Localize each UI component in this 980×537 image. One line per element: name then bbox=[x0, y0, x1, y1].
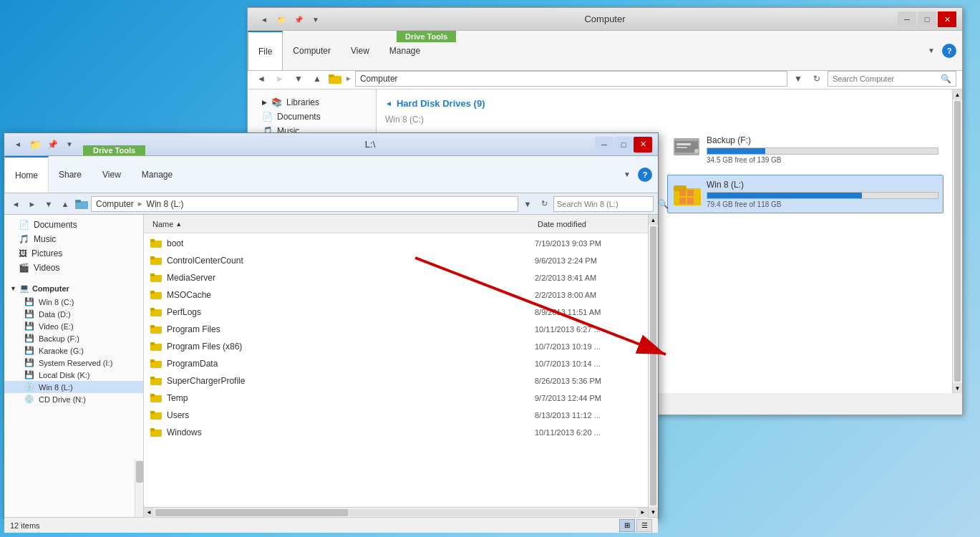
fg-ribbon-help-button[interactable]: ? bbox=[638, 168, 652, 182]
fg-search-input[interactable] bbox=[557, 200, 656, 208]
fg-file-row[interactable]: MSOCache 2/2/2013 8:00 AM bbox=[144, 286, 648, 304]
bg-drive-item-f[interactable]: Backup (F:) 34.5 GB free of 139 GB bbox=[667, 130, 943, 169]
fg-vscroll-down-button[interactable]: ▼ bbox=[649, 507, 658, 517]
fg-sidebar-scroll-thumb[interactable] bbox=[136, 461, 143, 483]
bg-libraries-icon: 📚 bbox=[271, 97, 282, 107]
fg-file-row[interactable]: boot 7/19/2013 9:03 PM bbox=[144, 235, 648, 252]
fg-maximize-button[interactable]: □ bbox=[614, 137, 633, 153]
bg-scroll-thumb[interactable] bbox=[954, 101, 961, 382]
bg-nav-back-button[interactable]: ◄ bbox=[253, 71, 269, 87]
bg-ribbon-help-icon[interactable]: ? bbox=[942, 44, 956, 58]
fg-hscroll-thumb[interactable] bbox=[155, 509, 348, 516]
fg-tab-view[interactable]: View bbox=[92, 156, 132, 193]
bg-tab-file[interactable]: File bbox=[248, 31, 283, 70]
bg-scrollbar[interactable]: ▲ ▼ bbox=[952, 90, 962, 393]
fg-hscroll-left-button[interactable]: ◄ bbox=[144, 508, 154, 518]
fg-sidebar-music[interactable]: 🎵 Music bbox=[4, 232, 143, 246]
fg-file-row[interactable]: MediaServer 2/2/2013 8:41 AM bbox=[144, 269, 648, 286]
fg-hscrollbar[interactable]: ◄ ► bbox=[144, 507, 648, 517]
fg-title-file-icon[interactable]: 📁 bbox=[27, 137, 43, 152]
bg-pin-icon[interactable]: 📌 bbox=[291, 12, 306, 26]
fg-vscrollbar[interactable]: ▲ ▼ bbox=[648, 215, 658, 517]
bg-file-icon[interactable]: 📁 bbox=[273, 12, 289, 26]
bg-nav-up-button[interactable]: ▲ bbox=[309, 71, 325, 87]
fg-title-back-icon[interactable]: ◄ bbox=[10, 137, 26, 152]
fg-file-row[interactable]: Users 8/13/2013 11:12 ... bbox=[144, 407, 648, 424]
fg-nav-up-button[interactable]: ▲ bbox=[58, 197, 72, 211]
fg-col-header-name[interactable]: Name ▲ bbox=[150, 218, 535, 230]
fg-minimize-button[interactable]: ─ bbox=[595, 137, 613, 153]
fg-title-dropdown-icon[interactable]: ▼ bbox=[62, 137, 77, 152]
bg-dropdown-icon[interactable]: ▼ bbox=[308, 12, 324, 26]
fg-col-header-date[interactable]: Date modified bbox=[535, 218, 642, 230]
bg-maximize-button[interactable]: □ bbox=[918, 11, 936, 27]
fg-sidebar-computer-header[interactable]: ▼ 💻 Computer bbox=[4, 281, 143, 296]
fg-sidebar-pictures[interactable]: 🖼 Pictures bbox=[4, 246, 143, 261]
fg-file-row[interactable]: SuperChargerProfile 8/26/2013 5:36 PM bbox=[144, 372, 648, 390]
bg-search-box[interactable]: 🔍 bbox=[828, 71, 956, 87]
fg-drive-datad[interactable]: 💾 Data (D:) bbox=[4, 308, 143, 320]
fg-sysi-icon: 💾 bbox=[24, 358, 34, 367]
bg-address-path[interactable]: Computer bbox=[355, 71, 787, 87]
fg-search-box[interactable]: 🔍 bbox=[553, 196, 654, 212]
fg-address-path[interactable]: Computer ► Win 8 (L:) bbox=[91, 196, 518, 212]
fg-drive-karaokeg[interactable]: 💾 Karaoke (G:) bbox=[4, 344, 143, 357]
fg-nav-forward-button[interactable]: ► bbox=[25, 197, 39, 211]
fg-file-row[interactable]: ControlCenterCount 9/6/2013 2:24 PM bbox=[144, 252, 648, 269]
bg-refresh-button[interactable]: ↻ bbox=[809, 71, 825, 87]
fg-drive-cdn[interactable]: 💿 CD Drive (N:) bbox=[4, 393, 143, 405]
bg-back-icon[interactable]: ◄ bbox=[256, 12, 272, 26]
bg-close-button[interactable]: ✕ bbox=[938, 11, 956, 27]
bg-search-input[interactable] bbox=[833, 74, 938, 83]
fg-sidebar-scrollbar[interactable] bbox=[135, 460, 143, 517]
fg-nav-dropdown-button[interactable]: ▼ bbox=[42, 197, 56, 211]
fg-file-row[interactable]: Program Files 10/11/2013 6:27 ... bbox=[144, 321, 648, 338]
bg-addr-dropdown-button[interactable]: ▼ bbox=[790, 71, 806, 87]
fg-hscroll-track[interactable] bbox=[155, 509, 636, 516]
bg-scroll-up-button[interactable]: ▲ bbox=[953, 90, 962, 100]
fg-music-icon: 🎵 bbox=[19, 234, 29, 244]
fg-vscroll-thumb[interactable] bbox=[650, 226, 656, 505]
fg-refresh-button[interactable]: ↻ bbox=[537, 197, 551, 211]
fg-drive-sysi[interactable]: 💾 System Reserved (I:) bbox=[4, 357, 143, 369]
fg-tab-manage[interactable]: Manage bbox=[132, 156, 183, 193]
fg-drive-winl[interactable]: 💿 Win 8 (L:) bbox=[4, 381, 143, 393]
fg-close-button[interactable]: ✕ bbox=[634, 137, 652, 153]
bg-sidebar-libraries-header[interactable]: ▶ 📚 Libraries bbox=[248, 95, 376, 110]
fg-file-row[interactable]: Temp 9/7/2013 12:44 PM bbox=[144, 390, 648, 407]
fg-sidebar-videos[interactable]: 🎬 Videos bbox=[4, 261, 143, 275]
bg-sidebar-documents[interactable]: 📄 Documents bbox=[248, 110, 376, 124]
fg-title-pin-icon[interactable]: 📌 bbox=[44, 137, 60, 152]
fg-file-row[interactable]: Windows 10/11/2013 6:20 ... bbox=[144, 424, 648, 441]
fg-vscroll-up-button[interactable]: ▲ bbox=[649, 215, 658, 225]
fg-drive-localk[interactable]: 💾 Local Disk (K:) bbox=[4, 369, 143, 381]
bg-scroll-down-button[interactable]: ▼ bbox=[953, 383, 962, 393]
bg-drive-tools-tab[interactable]: Drive Tools bbox=[397, 31, 456, 42]
bg-ribbon-chevron-icon[interactable]: ▼ bbox=[923, 44, 939, 58]
fg-tab-share[interactable]: Share bbox=[49, 156, 92, 193]
fg-file-folder-icon bbox=[150, 306, 162, 319]
fg-file-row[interactable]: PerfLogs 8/9/2013 11:51 AM bbox=[144, 304, 648, 321]
fg-view-details-button[interactable]: ⊞ bbox=[619, 519, 635, 532]
fg-winc-icon: 💾 bbox=[24, 297, 34, 306]
fg-drive-winc[interactable]: 💾 Win 8 (C:) bbox=[4, 296, 143, 308]
fg-drive-backupf[interactable]: 💾 Backup (F:) bbox=[4, 332, 143, 344]
bg-tab-computer[interactable]: Computer bbox=[283, 31, 341, 70]
fg-ribbon-chevron-button[interactable]: ▼ bbox=[619, 168, 635, 182]
fg-addr-dropdown-button[interactable]: ▼ bbox=[520, 197, 535, 211]
bg-quick-access-area: ◄ 📁 📌 ▼ bbox=[253, 12, 326, 26]
fg-sidebar-documents[interactable]: 📄 Documents bbox=[4, 218, 143, 232]
bg-tab-view[interactable]: View bbox=[341, 31, 379, 70]
bg-drive-item-l[interactable]: Win 8 (L:) 79.4 GB free of 118 GB bbox=[667, 175, 943, 213]
bg-minimize-button[interactable]: ─ bbox=[898, 11, 916, 27]
fg-file-row[interactable]: Program Files (x86) 10/7/2013 10:19 ... bbox=[144, 338, 648, 355]
fg-nav-back-button[interactable]: ◄ bbox=[9, 197, 23, 211]
fg-drive-videoe[interactable]: 💾 Video (E:) bbox=[4, 320, 143, 332]
bg-nav-forward-button[interactable]: ► bbox=[272, 71, 288, 87]
fg-hscroll-right-button[interactable]: ► bbox=[638, 508, 648, 518]
fg-view-list-button[interactable]: ☰ bbox=[636, 519, 652, 532]
bg-nav-dropdown-button[interactable]: ▼ bbox=[291, 71, 306, 87]
fg-file-row[interactable]: ProgramData 10/7/2013 10:14 ... bbox=[144, 355, 648, 372]
fg-drive-tools-tab[interactable]: Drive Tools bbox=[83, 145, 145, 155]
fg-tab-home[interactable]: Home bbox=[4, 156, 49, 193]
